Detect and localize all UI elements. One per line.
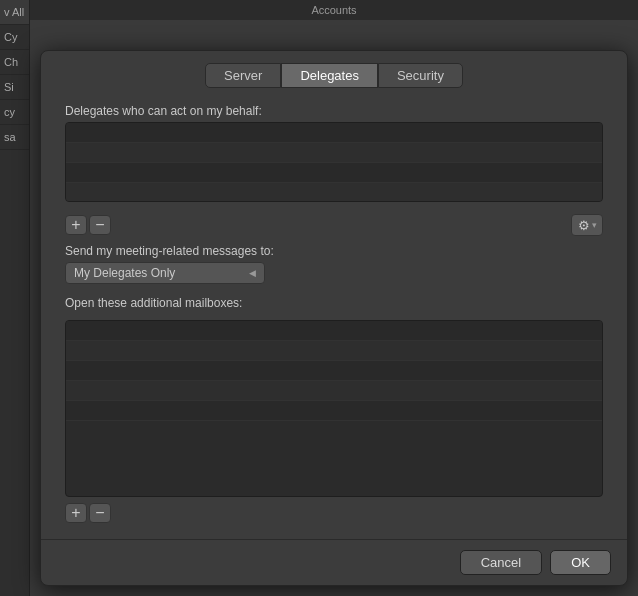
window-title: Accounts xyxy=(311,4,356,16)
list-row xyxy=(66,381,602,401)
top-bar: Accounts xyxy=(30,0,638,20)
tab-bar: Server Delegates Security xyxy=(41,51,627,88)
tab-delegates[interactable]: Delegates xyxy=(281,63,378,88)
mailboxes-label: Open these additional mailboxes: xyxy=(65,296,603,310)
chevron-down-icon: ▾ xyxy=(592,220,597,230)
add-delegate-button[interactable]: + xyxy=(65,215,87,235)
delegates-btn-group: + − xyxy=(65,215,111,235)
list-row xyxy=(66,361,602,381)
list-row xyxy=(66,341,602,361)
tab-server[interactable]: Server xyxy=(205,63,281,88)
meeting-messages-dropdown[interactable]: My Delegates Only ◀ xyxy=(65,262,265,284)
list-row xyxy=(66,183,602,202)
dropdown-chevron-icon: ◀ xyxy=(249,268,256,278)
remove-delegate-button[interactable]: − xyxy=(89,215,111,235)
accounts-dialog: Server Delegates Security Delegates who … xyxy=(40,50,628,586)
delegates-section: Delegates who can act on my behalf: xyxy=(65,104,603,202)
tab-security[interactable]: Security xyxy=(378,63,463,88)
gear-icon: ⚙ xyxy=(578,218,590,233)
mailboxes-btn-group: + − xyxy=(65,503,603,523)
mailboxes-section: Open these additional mailboxes: + − xyxy=(65,296,603,523)
delegates-label: Delegates who can act on my behalf: xyxy=(65,104,603,118)
add-mailbox-button[interactable]: + xyxy=(65,503,87,523)
list-row xyxy=(66,123,602,143)
sidebar-item-ch[interactable]: Ch xyxy=(0,50,29,75)
dialog-footer: Cancel OK xyxy=(41,539,627,585)
sidebar-item-cy2[interactable]: cy xyxy=(0,100,29,125)
list-row xyxy=(66,321,602,341)
dropdown-value: My Delegates Only xyxy=(74,266,175,280)
gear-menu-button[interactable]: ⚙ ▾ xyxy=(571,214,603,236)
list-row xyxy=(66,163,602,183)
cancel-button[interactable]: Cancel xyxy=(460,550,542,575)
delegates-controls: + − ⚙ ▾ xyxy=(65,214,603,236)
mailboxes-list[interactable] xyxy=(65,320,603,497)
sidebar-item-sa[interactable]: sa xyxy=(0,125,29,150)
list-row xyxy=(66,401,602,421)
sidebar-item-all[interactable]: v All xyxy=(0,0,29,25)
list-row xyxy=(66,143,602,163)
delegates-list[interactable] xyxy=(65,122,603,202)
meeting-messages-section: Send my meeting-related messages to: My … xyxy=(65,244,603,284)
ok-button[interactable]: OK xyxy=(550,550,611,575)
sidebar: v All Cy Ch Si cy sa xyxy=(0,0,30,596)
remove-mailbox-button[interactable]: − xyxy=(89,503,111,523)
meeting-messages-label: Send my meeting-related messages to: xyxy=(65,244,603,258)
sidebar-item-cy1[interactable]: Cy xyxy=(0,25,29,50)
sidebar-item-si[interactable]: Si xyxy=(0,75,29,100)
dialog-content: Delegates who can act on my behalf: + − … xyxy=(41,88,627,539)
